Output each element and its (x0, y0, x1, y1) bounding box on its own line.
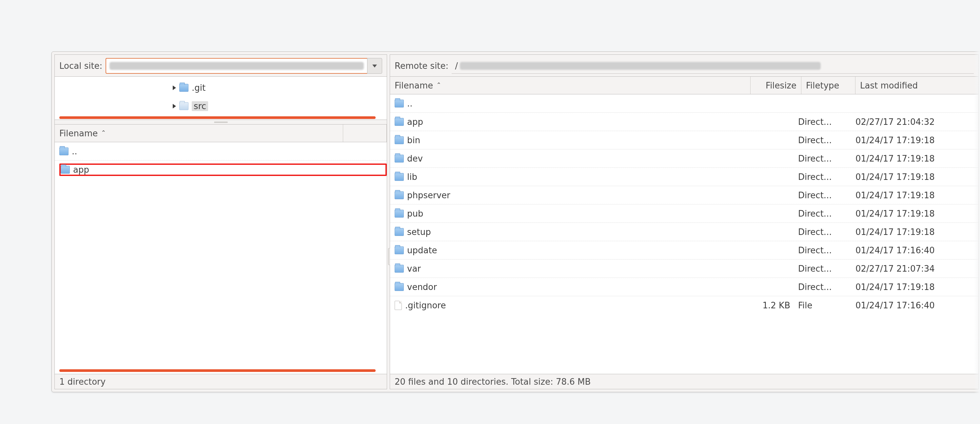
col-filesize[interactable]: Filesize (751, 77, 801, 94)
local-site-dropdown[interactable] (367, 58, 382, 74)
folder-icon (395, 228, 404, 236)
list-item[interactable]: updateDirect...01/24/17 17:16:40 (390, 241, 978, 259)
modified-cell: 01/24/17 17:16:40 (856, 300, 978, 310)
filetype-cell: Direct... (798, 172, 852, 182)
expand-icon[interactable] (173, 104, 176, 108)
filetype-cell: Direct... (798, 191, 852, 200)
remote-status-bar: 20 files and 10 directories. Total size:… (390, 374, 978, 389)
expand-icon[interactable] (173, 86, 176, 90)
list-item[interactable]: binDirect...01/24/17 17:19:18 (390, 131, 978, 149)
filetype-cell: Direct... (798, 227, 852, 237)
filetype-cell: File (798, 300, 852, 310)
sort-asc-icon: ⌃ (101, 129, 106, 136)
filetype-cell: Direct... (798, 209, 852, 219)
remote-panel: Remote site: / Filename ⌃ Filesize Filet… (390, 54, 979, 389)
col-filetype-label: Filetype (806, 81, 839, 91)
splitter-horizontal[interactable] (55, 120, 387, 124)
folder-icon (395, 265, 404, 273)
filename-cell: setup (407, 227, 431, 237)
filesize-cell: 1.2 KB (749, 300, 795, 310)
tree-item-label: .git (192, 83, 205, 93)
remote-status-text: 20 files and 10 directories. Total size:… (395, 377, 590, 387)
filename-cell: var (407, 264, 421, 273)
modified-cell: 02/27/17 21:07:34 (856, 264, 978, 273)
list-item-app[interactable]: app (55, 160, 387, 179)
col-filetype[interactable]: Filetype (801, 77, 856, 94)
filetype-cell: Direct... (798, 282, 852, 292)
folder-icon (60, 166, 70, 174)
col-filename[interactable]: Filename ⌃ (390, 77, 751, 94)
folder-icon (179, 102, 188, 110)
local-file-list[interactable]: .. app (55, 142, 387, 374)
list-item-parent[interactable]: .. (55, 142, 387, 160)
list-item[interactable]: varDirect...02/27/17 21:07:34 (390, 259, 978, 278)
filetype-cell: Direct... (798, 154, 852, 164)
folder-icon (395, 118, 404, 126)
list-item[interactable]: appDirect...02/27/17 21:04:32 (390, 113, 978, 131)
list-item[interactable]: phpserverDirect...01/24/17 17:19:18 (390, 186, 978, 205)
tree-item-label: src (192, 101, 208, 111)
sort-asc-icon: ⌃ (436, 81, 441, 88)
folder-icon (59, 148, 68, 155)
filename-cell: vendor (407, 282, 437, 292)
folder-icon (395, 100, 404, 108)
folder-icon (395, 210, 404, 218)
obscured-path (460, 62, 821, 70)
filename-cell: dev (407, 154, 423, 164)
remote-column-headers: Filename ⌃ Filesize Filetype Last modifi… (390, 77, 978, 94)
folder-icon (395, 191, 404, 199)
list-item[interactable]: libDirect...01/24/17 17:19:18 (390, 168, 978, 186)
filetype-cell: Direct... (798, 117, 852, 127)
folder-icon (395, 246, 404, 254)
filetype-cell: Direct... (798, 135, 852, 145)
local-site-bar: Local site: (55, 55, 387, 76)
scrollbar-horizontal[interactable] (59, 369, 375, 372)
ftp-client-window: Local site: .git (51, 51, 980, 392)
list-item[interactable]: devDirect...01/24/17 17:19:18 (390, 149, 978, 168)
modified-cell: 01/24/17 17:19:18 (856, 282, 978, 292)
col-filename-label: Filename (395, 81, 433, 91)
tree-item-src[interactable]: src (55, 97, 387, 115)
filename-cell: .. (72, 146, 77, 156)
tree-item-git[interactable]: .git (55, 79, 387, 97)
list-item[interactable]: setupDirect...01/24/17 17:19:18 (390, 223, 978, 241)
highlight-annotation: app (59, 164, 387, 176)
modified-cell: 02/27/17 21:04:32 (856, 117, 978, 127)
filename-cell: app (407, 117, 423, 127)
local-site-input[interactable] (105, 58, 367, 74)
filename-cell: lib (407, 172, 417, 182)
filetype-cell: Direct... (798, 245, 852, 255)
filename-cell: app (73, 165, 89, 175)
local-site-label: Local site: (59, 61, 102, 71)
col-modified[interactable]: Last modified (856, 77, 978, 94)
local-column-headers: Filename ⌃ (55, 124, 387, 142)
col-filename[interactable]: Filename ⌃ (55, 124, 343, 142)
local-status-text: 1 directory (59, 377, 105, 387)
list-item[interactable]: pubDirect...01/24/17 17:19:18 (390, 205, 978, 223)
folder-icon (179, 84, 188, 92)
obscured-path (110, 62, 364, 70)
local-status-bar: 1 directory (55, 374, 387, 389)
local-site-combo[interactable] (105, 58, 382, 74)
modified-cell: 01/24/17 17:19:18 (856, 172, 978, 182)
scrollbar-horizontal[interactable] (59, 116, 375, 119)
modified-cell: 01/24/17 17:19:18 (856, 209, 978, 219)
list-item[interactable]: .. (390, 94, 978, 113)
col-filesize-label: Filesize (766, 81, 797, 91)
col-filename-label: Filename (59, 129, 98, 138)
filename-cell: .gitignore (405, 300, 446, 310)
filename-cell: update (407, 245, 437, 255)
list-item[interactable]: vendorDirect...01/24/17 17:19:18 (390, 278, 978, 296)
local-tree[interactable]: .git src (55, 77, 387, 120)
modified-cell: 01/24/17 17:19:18 (856, 191, 978, 200)
remote-path-prefix: / (455, 61, 458, 71)
modified-cell: 01/24/17 17:16:40 (856, 245, 978, 255)
filename-cell: phpserver (407, 191, 450, 200)
filename-cell: .. (407, 98, 413, 108)
remote-site-input[interactable]: / (452, 58, 974, 74)
file-icon (395, 301, 402, 310)
folder-icon (395, 173, 404, 181)
remote-file-list[interactable]: ..appDirect...02/27/17 21:04:32binDirect… (390, 94, 978, 374)
local-panel: Local site: .git (54, 54, 387, 389)
list-item[interactable]: .gitignore1.2 KBFile01/24/17 17:16:40 (390, 296, 978, 314)
